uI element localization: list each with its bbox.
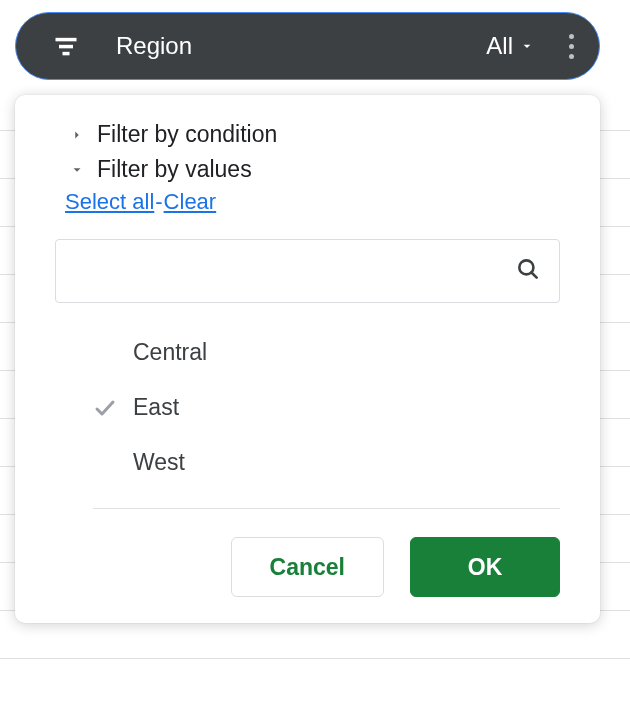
- caret-down-icon: [519, 32, 535, 60]
- select-all-link[interactable]: Select all: [65, 189, 154, 214]
- ok-button[interactable]: OK: [410, 537, 560, 597]
- select-clear-links: Select all-Clear: [15, 187, 600, 225]
- value-item[interactable]: East: [15, 380, 600, 435]
- value-item[interactable]: Central: [15, 325, 600, 380]
- value-label: West: [133, 449, 185, 476]
- search-box[interactable]: [55, 239, 560, 303]
- filter-by-condition-label: Filter by condition: [97, 121, 277, 148]
- value-label: East: [133, 394, 179, 421]
- svg-rect-0: [56, 38, 77, 42]
- filter-by-values-toggle[interactable]: Filter by values: [15, 152, 600, 187]
- clear-link[interactable]: Clear: [164, 189, 217, 214]
- slicer-chip[interactable]: Region All: [15, 12, 600, 80]
- button-row: Cancel OK: [15, 509, 600, 597]
- caret-down-icon: [65, 163, 89, 177]
- kebab-menu-icon[interactable]: [557, 26, 585, 66]
- filter-by-condition-toggle[interactable]: Filter by condition: [15, 117, 600, 152]
- slicer-summary-label: All: [486, 32, 513, 60]
- search-icon: [515, 256, 541, 286]
- slicer-summary-dropdown[interactable]: All: [486, 32, 535, 60]
- filter-icon: [50, 30, 82, 62]
- value-label: Central: [133, 339, 207, 366]
- cancel-button[interactable]: Cancel: [231, 537, 384, 597]
- caret-right-icon: [65, 128, 89, 142]
- link-separator: -: [155, 189, 162, 214]
- search-input[interactable]: [74, 259, 515, 284]
- value-item[interactable]: West: [15, 435, 600, 490]
- filter-by-values-label: Filter by values: [97, 156, 252, 183]
- value-list: Central East West: [15, 315, 600, 498]
- slicer-field-label: Region: [116, 32, 486, 60]
- check-icon: [93, 396, 133, 420]
- svg-rect-1: [59, 45, 73, 49]
- filter-popup: Filter by condition Filter by values Sel…: [15, 95, 600, 623]
- svg-line-4: [531, 272, 536, 277]
- svg-rect-2: [63, 52, 70, 56]
